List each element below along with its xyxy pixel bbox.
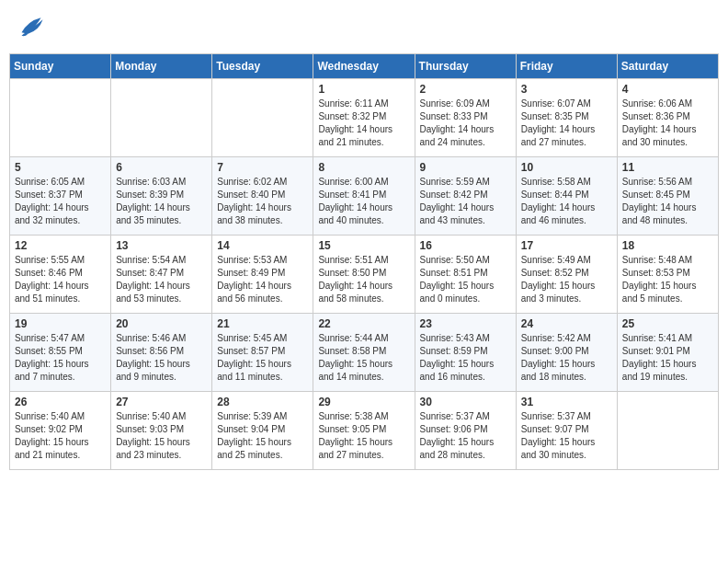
day-info: Sunrise: 6:02 AM Sunset: 8:40 PM Dayligh…: [217, 176, 308, 227]
calendar-week-1: 1Sunrise: 6:11 AM Sunset: 8:32 PM Daylig…: [10, 79, 719, 157]
day-number: 18: [622, 239, 713, 252]
calendar-cell: 8Sunrise: 6:00 AM Sunset: 8:41 PM Daylig…: [313, 157, 415, 236]
day-info: Sunrise: 5:56 AM Sunset: 8:45 PM Dayligh…: [622, 176, 713, 227]
calendar-cell: [10, 79, 111, 157]
page-header: [9, 9, 719, 46]
day-info: Sunrise: 6:05 AM Sunset: 8:37 PM Dayligh…: [15, 176, 106, 227]
day-number: 6: [116, 161, 207, 174]
day-number: 4: [622, 83, 713, 96]
day-info: Sunrise: 5:37 AM Sunset: 9:07 PM Dayligh…: [521, 410, 612, 462]
day-number: 28: [217, 396, 308, 408]
calendar-cell: [111, 79, 212, 157]
day-number: 27: [116, 396, 207, 408]
day-info: Sunrise: 5:47 AM Sunset: 8:55 PM Dayligh…: [15, 332, 106, 384]
day-number: 16: [420, 239, 511, 252]
calendar-week-4: 19Sunrise: 5:47 AM Sunset: 8:55 PM Dayli…: [10, 314, 719, 392]
calendar-cell: 13Sunrise: 5:54 AM Sunset: 8:47 PM Dayli…: [111, 236, 212, 314]
calendar-cell: 17Sunrise: 5:49 AM Sunset: 8:52 PM Dayli…: [516, 236, 617, 314]
day-number: 11: [622, 161, 713, 174]
day-number: 20: [116, 317, 207, 330]
calendar-cell: [212, 79, 313, 157]
day-number: 24: [521, 317, 612, 330]
calendar-table: SundayMondayTuesdayWednesdayThursdayFrid…: [9, 53, 719, 470]
day-number: 30: [420, 396, 511, 408]
calendar-cell: 18Sunrise: 5:48 AM Sunset: 8:53 PM Dayli…: [617, 236, 718, 314]
col-header-wednesday: Wednesday: [313, 54, 415, 79]
day-number: 22: [318, 317, 409, 330]
day-info: Sunrise: 5:41 AM Sunset: 9:01 PM Dayligh…: [622, 332, 713, 384]
day-info: Sunrise: 5:53 AM Sunset: 8:49 PM Dayligh…: [217, 254, 308, 305]
day-number: 13: [116, 239, 207, 252]
calendar-week-5: 26Sunrise: 5:40 AM Sunset: 9:02 PM Dayli…: [10, 392, 719, 470]
calendar-cell: 31Sunrise: 5:37 AM Sunset: 9:07 PM Dayli…: [516, 392, 617, 470]
day-number: 26: [15, 396, 106, 408]
col-header-saturday: Saturday: [617, 54, 718, 79]
calendar-cell: 30Sunrise: 5:37 AM Sunset: 9:06 PM Dayli…: [415, 392, 516, 470]
calendar-cell: 16Sunrise: 5:50 AM Sunset: 8:51 PM Dayli…: [415, 236, 516, 314]
logo: [17, 13, 44, 42]
day-number: 12: [15, 239, 106, 252]
day-info: Sunrise: 6:11 AM Sunset: 8:32 PM Dayligh…: [318, 98, 409, 149]
col-header-sunday: Sunday: [10, 54, 111, 79]
calendar-week-3: 12Sunrise: 5:55 AM Sunset: 8:46 PM Dayli…: [10, 236, 719, 314]
day-info: Sunrise: 6:09 AM Sunset: 8:33 PM Dayligh…: [420, 98, 511, 149]
calendar-cell: 24Sunrise: 5:42 AM Sunset: 9:00 PM Dayli…: [516, 314, 617, 392]
calendar-cell: 15Sunrise: 5:51 AM Sunset: 8:50 PM Dayli…: [313, 236, 415, 314]
day-number: 1: [318, 83, 409, 96]
calendar-cell: 9Sunrise: 5:59 AM Sunset: 8:42 PM Daylig…: [415, 157, 516, 236]
day-info: Sunrise: 5:43 AM Sunset: 8:59 PM Dayligh…: [420, 332, 511, 384]
logo-bird-icon: [18, 13, 44, 39]
calendar-cell: 12Sunrise: 5:55 AM Sunset: 8:46 PM Dayli…: [10, 236, 111, 314]
day-info: Sunrise: 5:59 AM Sunset: 8:42 PM Dayligh…: [420, 176, 511, 227]
day-number: 23: [420, 317, 511, 330]
calendar-cell: [617, 392, 718, 470]
calendar-cell: 27Sunrise: 5:40 AM Sunset: 9:03 PM Dayli…: [111, 392, 212, 470]
day-info: Sunrise: 5:37 AM Sunset: 9:06 PM Dayligh…: [420, 410, 511, 462]
col-header-thursday: Thursday: [415, 54, 516, 79]
day-info: Sunrise: 5:48 AM Sunset: 8:53 PM Dayligh…: [622, 254, 713, 305]
day-number: 8: [318, 161, 409, 174]
day-info: Sunrise: 6:00 AM Sunset: 8:41 PM Dayligh…: [318, 176, 409, 227]
day-info: Sunrise: 6:06 AM Sunset: 8:36 PM Dayligh…: [622, 98, 713, 149]
day-number: 9: [420, 161, 511, 174]
calendar-cell: 7Sunrise: 6:02 AM Sunset: 8:40 PM Daylig…: [212, 157, 313, 236]
calendar-cell: 5Sunrise: 6:05 AM Sunset: 8:37 PM Daylig…: [10, 157, 111, 236]
calendar-cell: 19Sunrise: 5:47 AM Sunset: 8:55 PM Dayli…: [10, 314, 111, 392]
calendar-cell: 26Sunrise: 5:40 AM Sunset: 9:02 PM Dayli…: [10, 392, 111, 470]
day-info: Sunrise: 6:07 AM Sunset: 8:35 PM Dayligh…: [521, 98, 612, 149]
calendar-cell: 25Sunrise: 5:41 AM Sunset: 9:01 PM Dayli…: [617, 314, 718, 392]
calendar-cell: 4Sunrise: 6:06 AM Sunset: 8:36 PM Daylig…: [617, 79, 718, 157]
col-header-monday: Monday: [111, 54, 212, 79]
day-info: Sunrise: 5:51 AM Sunset: 8:50 PM Dayligh…: [318, 254, 409, 305]
calendar-cell: 6Sunrise: 6:03 AM Sunset: 8:39 PM Daylig…: [111, 157, 212, 236]
day-number: 25: [622, 317, 713, 330]
day-number: 5: [15, 161, 106, 174]
day-number: 21: [217, 317, 308, 330]
day-info: Sunrise: 5:50 AM Sunset: 8:51 PM Dayligh…: [420, 254, 511, 305]
day-number: 3: [521, 83, 612, 96]
day-info: Sunrise: 5:45 AM Sunset: 8:57 PM Dayligh…: [217, 332, 308, 384]
calendar-cell: 20Sunrise: 5:46 AM Sunset: 8:56 PM Dayli…: [111, 314, 212, 392]
calendar-cell: 2Sunrise: 6:09 AM Sunset: 8:33 PM Daylig…: [415, 79, 516, 157]
day-info: Sunrise: 6:03 AM Sunset: 8:39 PM Dayligh…: [116, 176, 207, 227]
calendar-cell: 21Sunrise: 5:45 AM Sunset: 8:57 PM Dayli…: [212, 314, 313, 392]
day-info: Sunrise: 5:44 AM Sunset: 8:58 PM Dayligh…: [318, 332, 409, 384]
calendar-cell: 22Sunrise: 5:44 AM Sunset: 8:58 PM Dayli…: [313, 314, 415, 392]
calendar-cell: 11Sunrise: 5:56 AM Sunset: 8:45 PM Dayli…: [617, 157, 718, 236]
calendar-week-2: 5Sunrise: 6:05 AM Sunset: 8:37 PM Daylig…: [10, 157, 719, 236]
day-number: 10: [521, 161, 612, 174]
day-info: Sunrise: 5:40 AM Sunset: 9:03 PM Dayligh…: [116, 410, 207, 462]
calendar-cell: 23Sunrise: 5:43 AM Sunset: 8:59 PM Dayli…: [415, 314, 516, 392]
calendar-cell: 3Sunrise: 6:07 AM Sunset: 8:35 PM Daylig…: [516, 79, 617, 157]
day-info: Sunrise: 5:55 AM Sunset: 8:46 PM Dayligh…: [15, 254, 106, 305]
day-info: Sunrise: 5:54 AM Sunset: 8:47 PM Dayligh…: [116, 254, 207, 305]
day-number: 31: [521, 396, 612, 408]
day-number: 14: [217, 239, 308, 252]
day-number: 15: [318, 239, 409, 252]
header-row: SundayMondayTuesdayWednesdayThursdayFrid…: [10, 54, 719, 79]
day-number: 19: [15, 317, 106, 330]
day-number: 29: [318, 396, 409, 408]
day-number: 7: [217, 161, 308, 174]
day-number: 2: [420, 83, 511, 96]
calendar-cell: 1Sunrise: 6:11 AM Sunset: 8:32 PM Daylig…: [313, 79, 415, 157]
